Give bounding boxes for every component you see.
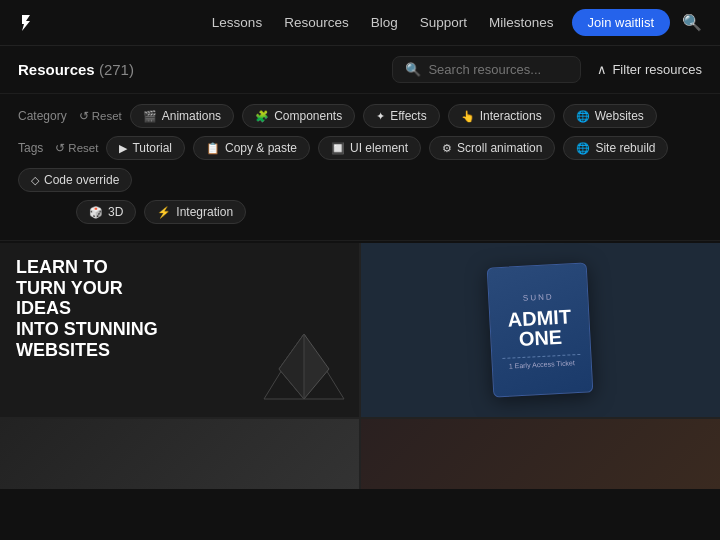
chip-3d[interactable]: 🎲 3D [76,200,136,224]
logo-3d-icon [259,329,349,409]
subheader: Resources (271) 🔍 ∧ Filter resources [0,46,720,94]
nav-support[interactable]: Support [420,15,467,30]
chip-integration[interactable]: ⚡ Integration [144,200,246,224]
scroll-icon: ⚙ [442,142,452,155]
ui-icon: 🔲 [331,142,345,155]
card-thumbnail-1: LEARN TOTURN YOURIDEASINTO STUNNINGWEBSI… [0,243,359,417]
tags-filter-row: Tags ↺ Reset ▶ Tutorial 📋 Copy & paste 🔲… [18,136,702,192]
chip-tutorial[interactable]: ▶ Tutorial [106,136,185,160]
page-title: Resources (271) [18,61,134,78]
chip-copy-paste[interactable]: 📋 Copy & paste [193,136,310,160]
chip-scroll-animation[interactable]: ⚙ Scroll animation [429,136,555,160]
nav-resources[interactable]: Resources [284,15,349,30]
filters-area: Category ↺ Reset 🎬 Animations 🧩 Componen… [0,94,720,241]
chevron-up-icon: ∧ [597,62,607,77]
rebuild-icon: 🌐 [576,142,590,155]
tags-label: Tags [18,141,43,155]
chip-websites[interactable]: 🌐 Websites [563,104,657,128]
resource-card-3[interactable] [0,419,360,489]
websites-icon: 🌐 [576,110,590,123]
category-label: Category [18,109,67,123]
search-icon: 🔍 [405,62,421,77]
nav-milestones[interactable]: Milestones [489,15,554,30]
tags-reset-button[interactable]: ↺ Reset [55,141,98,155]
search-icon[interactable]: 🔍 [682,13,702,32]
components-icon: 🧩 [255,110,269,123]
filter-resources-button[interactable]: ∧ Filter resources [597,62,702,77]
category-reset-button[interactable]: ↺ Reset [79,109,122,123]
chip-components[interactable]: 🧩 Components [242,104,355,128]
navbar: Lessons Resources Blog Support Milestone… [0,0,720,46]
ticket-one: ONE [518,326,562,348]
reset-icon: ↺ [79,109,89,123]
ticket-brand: SUND [523,292,554,303]
interactions-icon: 👆 [461,110,475,123]
resources-grid-wrapper: LEARN TOTURN YOURIDEASINTO STUNNINGWEBSI… [0,241,720,489]
chip-ui-element[interactable]: 🔲 UI element [318,136,421,160]
chip-code-override[interactable]: ◇ Code override [18,168,132,192]
animation-icon: 🎬 [143,110,157,123]
logo-icon [18,11,42,35]
resource-card-4[interactable] [361,419,721,489]
join-waitlist-button[interactable]: Join waitlist [572,9,670,36]
ticket-admit: ADMIT [507,306,571,329]
chip-interactions[interactable]: 👆 Interactions [448,104,555,128]
card-thumbnail-2: SUND ADMIT ONE 1 Early Access Ticket [361,243,721,417]
nav-lessons[interactable]: Lessons [212,15,262,30]
copy-icon: 📋 [206,142,220,155]
ticket-visual: SUND ADMIT ONE 1 Early Access Ticket [487,262,594,397]
code-icon: ◇ [31,174,39,187]
nav-links: Lessons Resources Blog Support Milestone… [212,15,554,30]
resource-card-2[interactable]: SUND ADMIT ONE 1 Early Access Ticket New… [361,243,721,418]
resources-grid: LEARN TOTURN YOURIDEASINTO STUNNINGWEBSI… [0,243,720,489]
chip-animations[interactable]: 🎬 Animations [130,104,234,128]
nav-blog[interactable]: Blog [371,15,398,30]
chip-site-rebuild[interactable]: 🌐 Site rebuild [563,136,668,160]
tutorial-icon: ▶ [119,142,127,155]
category-filter-row: Category ↺ Reset 🎬 Animations 🧩 Componen… [18,104,702,128]
logo[interactable] [18,11,42,35]
search-bar[interactable]: 🔍 [392,56,581,83]
reset-icon: ↺ [55,141,65,155]
svg-marker-2 [279,334,304,399]
3d-icon: 🎲 [89,206,103,219]
search-input[interactable] [428,62,568,77]
chip-effects[interactable]: ✦ Effects [363,104,439,128]
card-thumb-text-1: LEARN TOTURN YOURIDEASINTO STUNNINGWEBSI… [0,243,174,374]
integration-icon: ⚡ [157,206,171,219]
effects-icon: ✦ [376,110,385,123]
resource-card-1[interactable]: LEARN TOTURN YOURIDEASINTO STUNNINGWEBSI… [0,243,360,418]
tags-filter-row-2: 🎲 3D ⚡ Integration [18,200,702,224]
resources-count: (271) [99,61,134,78]
ticket-sub: 1 Early Access Ticket [502,353,581,369]
